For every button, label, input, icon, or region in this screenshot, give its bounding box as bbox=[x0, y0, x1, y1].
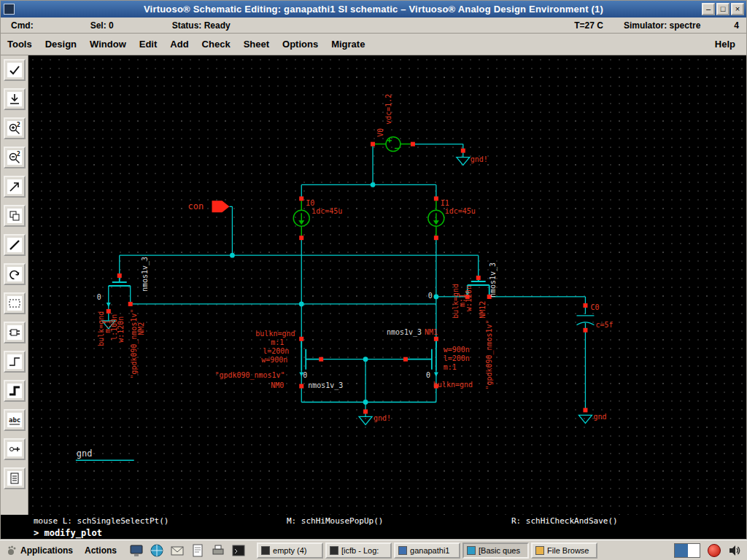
nm2-model: nmos1v_3 bbox=[141, 257, 150, 292]
instance-button[interactable] bbox=[4, 322, 26, 343]
con-label: con bbox=[188, 201, 204, 211]
nm1-w: w=900n bbox=[444, 346, 470, 354]
taskbar-window-ganapathi1[interactable]: ganapathi1 bbox=[394, 542, 460, 559]
maximize-button[interactable]: □ bbox=[716, 3, 729, 15]
menu-design[interactable]: Design bbox=[39, 36, 83, 52]
label-button[interactable]: abc bbox=[4, 409, 26, 431]
undo-button[interactable] bbox=[4, 263, 26, 285]
nm0-model: nmos1v_3 bbox=[308, 381, 343, 390]
v0-instance[interactable] bbox=[373, 137, 413, 152]
file-manager-icon[interactable] bbox=[128, 542, 144, 559]
gnd-top-label: gnd! bbox=[471, 155, 488, 163]
nm2-w: w:120n bbox=[117, 316, 125, 343]
taskbar-window-file-browse[interactable]: File Browse bbox=[531, 542, 597, 559]
menu-bar: Tools Design Window Edit Add Check Sheet… bbox=[1, 34, 746, 55]
gnd-mid-label: gnd! bbox=[374, 414, 391, 422]
applications-menu[interactable]: Applications bbox=[0, 540, 79, 560]
wide-wire-button[interactable] bbox=[4, 380, 26, 402]
nm1-m: m:1 bbox=[444, 363, 457, 371]
cmd-label: Cmd: bbox=[11, 20, 34, 31]
nm2-instance[interactable] bbox=[107, 276, 131, 307]
applications-label: Applications bbox=[20, 545, 73, 556]
nm1-instance[interactable] bbox=[406, 339, 438, 377]
taskbar: Applications Actions empty (4) bbox=[0, 540, 747, 560]
gnd-right-label: gnd bbox=[593, 413, 606, 421]
nm12-model: nmos1v_3 bbox=[489, 262, 498, 298]
nm12-net: 0 bbox=[428, 292, 433, 300]
mouse-bindings-bar: mouse L: schSingleSelectPt() M: schHiMou… bbox=[1, 515, 746, 526]
schematic-window-icon bbox=[398, 546, 407, 555]
gnd-symbols[interactable] bbox=[102, 158, 592, 425]
properties-button[interactable] bbox=[4, 292, 26, 314]
i0-name: I0 bbox=[306, 199, 314, 207]
schematic-labels[interactable]: V0 vdc=1.2 gnd! I0 idc=45u I1 idc=45u co… bbox=[77, 94, 614, 459]
error-count: 4 bbox=[734, 20, 739, 31]
c0-prop: c=5f bbox=[595, 321, 613, 329]
printer-icon[interactable] bbox=[210, 542, 226, 559]
menu-check[interactable]: Check bbox=[196, 36, 237, 52]
launcher-icons bbox=[128, 542, 247, 559]
save-button[interactable] bbox=[4, 88, 26, 110]
nm0-net: 0 bbox=[303, 371, 307, 379]
temperature: T=27 C bbox=[574, 20, 603, 31]
taskbar-window-icfb-log[interactable]: [icfb - Log: bbox=[325, 542, 392, 559]
menu-help[interactable]: Help bbox=[708, 36, 742, 52]
delete-button[interactable] bbox=[4, 234, 26, 256]
con-pin[interactable] bbox=[212, 201, 232, 212]
taskbar-window-empty[interactable]: empty (4) bbox=[257, 542, 323, 559]
zoom-in-2x-button[interactable]: 2 bbox=[4, 117, 26, 139]
title-bar[interactable]: Virtuoso® Schematic Editing: ganapathi1 … bbox=[1, 1, 746, 18]
status-bar: Cmd: Sel: 0 Status: Ready T=27 C Simulat… bbox=[1, 18, 746, 34]
workspace-switcher[interactable] bbox=[674, 543, 700, 558]
tray-app-icon[interactable] bbox=[708, 544, 721, 557]
terminal-icon[interactable] bbox=[231, 542, 247, 559]
nm0-cell: "gpdk090_nmos1v" bbox=[214, 371, 285, 380]
zoom-out-2x-button[interactable]: 2 bbox=[4, 147, 26, 168]
check-and-save-button[interactable] bbox=[4, 59, 26, 81]
actions-menu[interactable]: Actions bbox=[79, 540, 123, 560]
i1-name: I1 bbox=[441, 199, 449, 207]
sheet-button[interactable] bbox=[4, 467, 26, 489]
close-button[interactable]: × bbox=[731, 3, 744, 15]
simulator: Simulator: spectre bbox=[624, 20, 700, 31]
active-workspace bbox=[675, 544, 688, 557]
wire-button[interactable] bbox=[4, 351, 26, 373]
gnd-net-label: gnd bbox=[77, 448, 93, 459]
instance-pins bbox=[107, 142, 588, 414]
command-prompt[interactable]: > modify_plot bbox=[1, 526, 746, 539]
schematic-wires[interactable] bbox=[76, 144, 586, 461]
folder-icon bbox=[535, 546, 544, 555]
i1-prop: idc=45u bbox=[445, 207, 476, 215]
menu-tools[interactable]: Tools bbox=[1, 36, 39, 52]
menu-migrate[interactable]: Migrate bbox=[325, 36, 371, 52]
volume-icon[interactable] bbox=[728, 544, 741, 557]
nm0-m: m:1 bbox=[271, 338, 284, 346]
system-tray bbox=[674, 543, 747, 558]
web-browser-icon[interactable] bbox=[149, 542, 165, 559]
window-title: Virtuoso® Schematic Editing: ganapathi1 … bbox=[1, 4, 746, 15]
menu-window[interactable]: Window bbox=[83, 36, 133, 52]
menu-add[interactable]: Add bbox=[163, 36, 195, 52]
copy-button[interactable] bbox=[4, 205, 26, 227]
nm12-w: w:120n bbox=[465, 285, 473, 311]
mouse-right-binding: R: schHiCheckAndSave() bbox=[511, 516, 618, 526]
v0-name: V0 bbox=[376, 128, 384, 137]
schematic-canvas[interactable]: V0 vdc=1.2 gnd! I0 idc=45u I1 idc=45u co… bbox=[28, 55, 746, 515]
stretch-button[interactable] bbox=[4, 176, 26, 198]
nm1-cell: "gpdk090_nmos1v" bbox=[485, 320, 494, 390]
minimize-button[interactable]: – bbox=[702, 3, 715, 15]
v0-prop: vdc=1.2 bbox=[384, 94, 392, 125]
menu-options[interactable]: Options bbox=[276, 36, 325, 52]
left-toolbar: 2 2 bbox=[1, 55, 28, 515]
pin-button[interactable] bbox=[4, 438, 26, 460]
email-icon[interactable] bbox=[169, 542, 185, 559]
mouse-middle-binding: M: schHiMousePopUp() bbox=[287, 516, 383, 526]
taskbar-window-basic-ques[interactable]: [Basic ques bbox=[462, 542, 529, 559]
applications-foot-icon bbox=[6, 545, 18, 556]
menu-sheet[interactable]: Sheet bbox=[237, 36, 276, 52]
terminal-icon bbox=[261, 546, 270, 555]
svg-text:2: 2 bbox=[17, 151, 20, 158]
nm0-name: NM0 bbox=[271, 381, 284, 389]
text-editor-icon[interactable] bbox=[190, 542, 206, 559]
menu-edit[interactable]: Edit bbox=[133, 36, 164, 52]
